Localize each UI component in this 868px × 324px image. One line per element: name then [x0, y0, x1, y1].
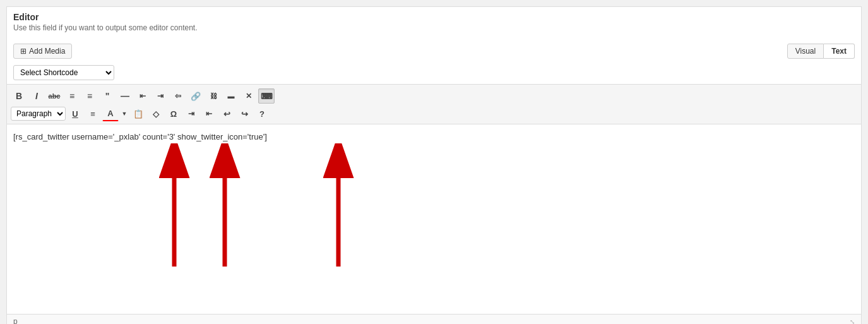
toolbar-horizontal-rule[interactable]: — — [117, 88, 133, 104]
resize-handle[interactable]: ⤡ — [850, 318, 855, 325]
editor-subtitle: Use this field if you want to output som… — [13, 23, 855, 32]
toolbar-format-select[interactable]: Paragraph — [11, 107, 66, 121]
toolbar-insert-more[interactable]: ▬ — [223, 88, 239, 104]
toolbar-undo[interactable]: ↩ — [218, 106, 235, 121]
toolbar-indent[interactable]: ⇥ — [183, 106, 199, 121]
toolbar-area: B I abc ≡ ≡ " — ⇤ ⇥ ⇦ 🔗 ⛓ ▬ ✕ ⌨ Paragrap… — [7, 84, 861, 124]
toolbar-underline[interactable]: U — [67, 106, 83, 121]
editor-title: Editor — [13, 12, 855, 22]
toolbar-insert-link[interactable]: 🔗 — [187, 88, 204, 104]
toolbar-align-center[interactable]: ⇥ — [152, 88, 169, 104]
toolbar-bold[interactable]: B — [11, 88, 27, 104]
view-tabs: Visual Text — [787, 44, 855, 59]
toolbar-align-right[interactable]: ⇦ — [170, 88, 186, 104]
editor-footer: p ⤡ — [7, 314, 861, 324]
toolbar-paste-word[interactable]: 📋 — [130, 106, 146, 121]
toolbar-text-color[interactable]: A — [102, 106, 119, 121]
tab-text[interactable]: Text — [824, 44, 855, 59]
add-media-icon: ⊞ — [20, 47, 27, 56]
add-media-label: Add Media — [29, 47, 65, 56]
toolbar-justify[interactable]: ≡ — [85, 106, 101, 121]
tab-visual[interactable]: Visual — [787, 44, 824, 59]
toolbar-unlink[interactable]: ⛓ — [205, 88, 222, 104]
shortcode-row: Select Shortcode — [7, 63, 861, 84]
editor-content-area[interactable]: [rs_card_twitter username='_pxlab' count… — [7, 124, 861, 314]
add-media-button[interactable]: ⊞ Add Media — [13, 44, 72, 59]
toolbar-text-color-arrow[interactable]: ▼ — [120, 106, 129, 121]
toolbar-toggle-distraction[interactable]: ✕ — [241, 88, 257, 104]
toolbar-row-1: B I abc ≡ ≡ " — ⇤ ⇥ ⇦ 🔗 ⛓ ▬ ✕ ⌨ — [11, 87, 857, 105]
arrows-diagram — [121, 143, 474, 282]
editor-container: Editor Use this field if you want to out… — [6, 6, 862, 324]
toolbar-italic[interactable]: I — [28, 88, 45, 104]
toolbar-blockquote[interactable]: " — [99, 88, 116, 104]
toolbar-outdent[interactable]: ⇤ — [201, 106, 217, 121]
editor-top-row: ⊞ Add Media Visual Text — [7, 40, 861, 63]
toolbar-special-chars[interactable]: Ω — [165, 106, 182, 121]
editor-header: Editor Use this field if you want to out… — [7, 7, 861, 40]
toolbar-row-2: Paragraph U ≡ A ▼ 📋 ◇ Ω ⇥ ⇤ ↩ ↪ ? — [11, 105, 857, 123]
toolbar-clear-formatting[interactable]: ◇ — [148, 106, 164, 121]
shortcode-select[interactable]: Select Shortcode — [13, 65, 114, 80]
toolbar-ordered-list[interactable]: ≡ — [81, 88, 98, 104]
footer-tag: p — [13, 317, 18, 324]
toolbar-strikethrough[interactable]: abc — [46, 88, 62, 104]
toolbar-help[interactable]: ? — [254, 106, 270, 121]
toolbar-align-left[interactable]: ⇤ — [134, 88, 151, 104]
toolbar-keyboard[interactable]: ⌨ — [258, 88, 275, 104]
shortcode-text: [rs_card_twitter username='_pxlab' count… — [13, 132, 855, 141]
toolbar-redo[interactable]: ↪ — [236, 106, 253, 121]
toolbar-unordered-list[interactable]: ≡ — [64, 88, 80, 104]
